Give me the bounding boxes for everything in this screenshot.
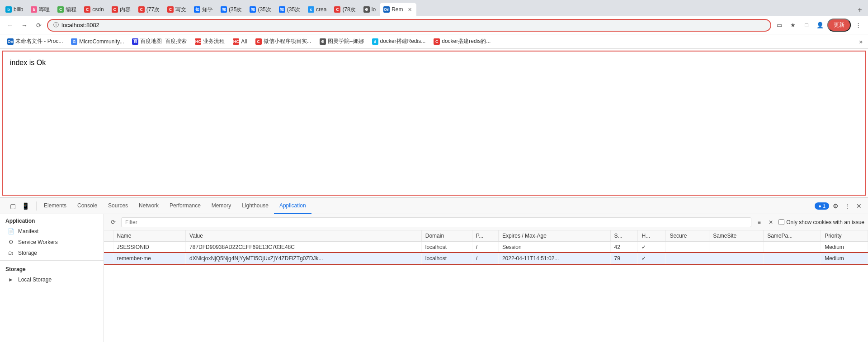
profile-button[interactable]: 👤	[814, 19, 826, 32]
bookmark-item-4[interactable]: HCAll	[229, 37, 250, 46]
devtools-settings-button[interactable]: ⚙	[830, 201, 841, 211]
main-area: index is Ok ▢ 📱 ElementsConsoleSourcesNe…	[0, 49, 868, 342]
col-header-size[interactable]: S...	[610, 230, 638, 242]
issues-badge[interactable]: ●1	[815, 202, 829, 210]
tab-favicon: C	[334, 6, 340, 13]
sidebar-item-service-workers[interactable]: ⚙ Service Workers	[0, 237, 104, 248]
browser-tab-tab-rem[interactable]: OnRem✕	[380, 3, 416, 16]
table-row[interactable]: remember-me dXNlcjoxNjQ5Njg4NjYyMTI5OjUx…	[104, 253, 868, 264]
filter-input[interactable]	[121, 217, 751, 227]
bookmark-button[interactable]: ★	[787, 19, 799, 32]
bookmark-item-6[interactable]: ⊕图灵学院--娜娜	[316, 36, 368, 47]
table-row[interactable]: JSESSIONID 787DFD90938AD22CEFF69E13C703E…	[104, 242, 868, 253]
browser-tab-tab-zhihu[interactable]: 知知乎	[190, 3, 217, 16]
bookmark-item-1[interactable]: GMicroCommunity...	[67, 37, 127, 46]
update-button[interactable]: 更新	[827, 19, 851, 32]
browser-tab-tab-csdn[interactable]: Ccsdn	[80, 3, 107, 16]
split-tab-button[interactable]: □	[800, 19, 813, 32]
browser-tab-tab-bili[interactable]: bbilib	[2, 3, 27, 16]
menu-button[interactable]: ⋮	[852, 19, 864, 32]
tab-favicon: 知	[221, 6, 227, 13]
cookies-table: Name Value Domain P... Expires / Max-Age…	[104, 230, 868, 342]
browser-tab-tab-78[interactable]: C(78次	[330, 3, 359, 16]
bookmark-item-5[interactable]: C微信小程序项目实...	[252, 36, 315, 47]
devtools-more-button[interactable]: ⋮	[842, 201, 853, 211]
tab-favicon: b	[31, 6, 37, 13]
tab-favicon: 知	[250, 6, 256, 13]
nav-actions: ▭ ★ □ 👤 更新 ⋮	[773, 19, 864, 32]
bookmark-favicon: G	[71, 38, 77, 45]
col-header-domain[interactable]: Domain	[421, 230, 472, 242]
address-bar[interactable]: ⓘ localhost:8082	[47, 19, 771, 32]
tab-favicon: b	[5, 6, 12, 13]
browser-tab-tab-35b[interactable]: 知(35次	[246, 3, 274, 16]
manifest-icon: 📄	[7, 228, 14, 234]
col-header-value[interactable]: Value	[186, 230, 422, 242]
browser-window: bbilibb哔哩C编程CcsdnC内容C(77次C写文知知乎知(35次知(35…	[0, 0, 868, 342]
tab-favicon: C	[84, 6, 90, 13]
bookmark-item-7[interactable]: ddocker搭建Redis...	[368, 36, 429, 47]
devtools-tab-application[interactable]: Application	[274, 198, 311, 214]
devtools-body: Application 📄 Manifest ⚙ Service Workers…	[0, 214, 868, 342]
browser-tab-tab-code[interactable]: C编程	[54, 3, 80, 16]
filter-options-button[interactable]: ≡	[754, 217, 764, 227]
new-tab-button[interactable]: +	[854, 4, 866, 16]
issues-filter-checkbox-label[interactable]: Only show cookies with an issue	[778, 219, 864, 225]
sidebar-item-manifest[interactable]: 📄 Manifest	[0, 226, 104, 237]
devtools-tab-sources[interactable]: Sources	[103, 198, 133, 214]
devtools-tab-performance[interactable]: Performance	[164, 198, 206, 214]
bookmark-favicon: 百	[132, 38, 138, 45]
clear-filter-button[interactable]: ✕	[766, 217, 776, 227]
browser-tab-tab-globe[interactable]: ⊕lo	[360, 3, 379, 16]
cookie-value: dXNlcjoxNjQ5Njg4NjYyMTI5OjUxZjY4ZDFiZTg0…	[186, 253, 422, 264]
devtools-tab-network[interactable]: Network	[133, 198, 164, 214]
col-header-samesite[interactable]: SameSite	[709, 230, 764, 242]
devtools-tab-console[interactable]: Console	[72, 198, 103, 214]
col-header-name[interactable]: Name	[113, 230, 186, 242]
bookmark-item-2[interactable]: 百百度地图_百度搜索	[128, 36, 190, 47]
browser-tab-tab-bzhan[interactable]: b哔哩	[27, 3, 53, 16]
lock-icon: ⓘ	[53, 21, 59, 29]
row-check-cell	[104, 253, 113, 264]
browser-tab-tab-create[interactable]: ccrea	[304, 3, 330, 16]
browser-viewport: index is Ok	[2, 51, 866, 196]
bookmark-item-8[interactable]: Cdocker搭建redis的...	[430, 36, 494, 47]
col-header-secure[interactable]: Secure	[666, 230, 709, 242]
cookies-data-table: Name Value Domain P... Expires / Max-Age…	[104, 230, 868, 264]
browser-tab-tab-35c[interactable]: 知(35次	[275, 3, 304, 16]
cookie-httponly: ✓	[638, 242, 666, 253]
devtools-tab-lighthouse[interactable]: Lighthouse	[236, 198, 274, 214]
col-header-httponly[interactable]: H...	[638, 230, 666, 242]
bookmark-item-3[interactable]: HC业务流程	[191, 36, 228, 47]
tab-favicon: ⊕	[363, 6, 370, 13]
bookmark-favicon: ⊕	[320, 38, 326, 45]
cookie-name: JSESSIONID	[113, 242, 186, 253]
cookie-samepa	[764, 242, 821, 253]
reload-button[interactable]: ⟳	[33, 19, 45, 32]
bookmark-favicon: HC	[233, 38, 239, 45]
issues-filter-checkbox[interactable]	[778, 219, 784, 225]
browser-tab-tab-content[interactable]: C内容	[108, 3, 134, 16]
devtools-tab-elements[interactable]: Elements	[38, 198, 72, 214]
devtools-tab-memory[interactable]: Memory	[206, 198, 236, 214]
col-header-path[interactable]: P...	[472, 230, 498, 242]
browser-tab-tab-35a[interactable]: 知(35次	[217, 3, 245, 16]
cast-button[interactable]: ▭	[773, 19, 786, 32]
sidebar-item-storage[interactable]: 🗂 Storage	[0, 248, 104, 258]
refresh-cookies-button[interactable]: ⟳	[108, 217, 118, 228]
bookmark-item-0[interactable]: On未命名文件 - Proc...	[4, 36, 66, 47]
devtools-device-button[interactable]: 📱	[20, 201, 31, 211]
col-header-priority[interactable]: Priority	[821, 230, 868, 242]
browser-tab-tab-write[interactable]: C写文	[164, 3, 190, 16]
sidebar-item-local-storage[interactable]: ► Local Storage	[0, 274, 104, 285]
forward-button[interactable]: →	[18, 19, 31, 32]
tab-close-button[interactable]: ✕	[406, 6, 413, 13]
col-header-samepa[interactable]: SamePa...	[764, 230, 821, 242]
browser-tab-tab-77[interactable]: C(77次	[135, 3, 163, 16]
col-header-expires[interactable]: Expires / Max-Age	[498, 230, 610, 242]
devtools-close-button[interactable]: ✕	[854, 201, 864, 211]
devtools-inspect-button[interactable]: ▢	[7, 201, 18, 211]
tab-favicon: C	[112, 6, 118, 13]
back-button[interactable]: ←	[4, 19, 16, 32]
bookmarks-more-button[interactable]: »	[857, 38, 864, 45]
